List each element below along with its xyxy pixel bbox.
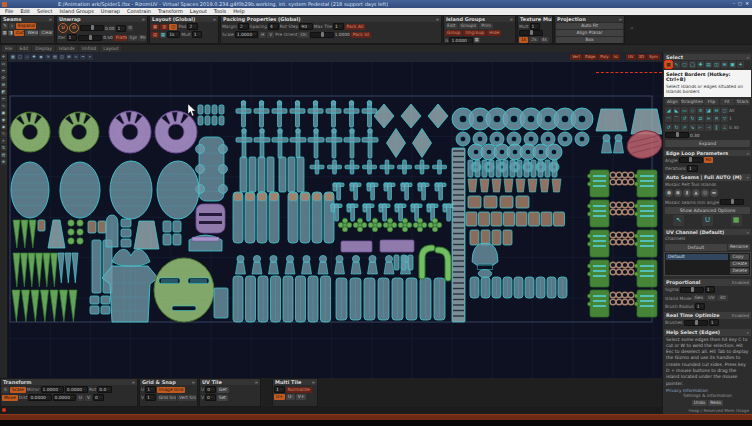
- uv-island-group[interactable]: [60, 162, 100, 218]
- uv-island-group[interactable]: [468, 196, 529, 208]
- uv-island-group[interactable]: [610, 202, 634, 215]
- value-spinner[interactable]: 1‹›: [67, 34, 78, 41]
- uv-island-group[interactable]: [438, 250, 448, 278]
- optimize-icon[interactable]: O: [69, 23, 79, 33]
- left-tool-icon[interactable]: ⌖: [1, 138, 7, 144]
- uv-island-group[interactable]: [394, 255, 413, 270]
- uv-island-group[interactable]: [196, 137, 228, 201]
- slider[interactable]: [720, 199, 744, 205]
- spinner-arrows-icon[interactable]: ‹›: [308, 24, 312, 29]
- uv-island-group[interactable]: [452, 108, 593, 146]
- uv-island-group[interactable]: [236, 101, 377, 127]
- uv-island-group[interactable]: [472, 243, 498, 278]
- uv-island-group[interactable]: [610, 232, 634, 245]
- value-spinner[interactable]: 0.0000‹›: [53, 394, 76, 401]
- grid-snap-button[interactable]: Grid Snap: [157, 395, 176, 401]
- uv-island-group[interactable]: [12, 290, 77, 322]
- tool-icon[interactable]: ↺: [665, 124, 672, 131]
- v-button[interactable]: V+: [296, 394, 307, 400]
- uv-island-group[interactable]: [310, 160, 447, 174]
- uv-island-group[interactable]: [92, 240, 112, 293]
- uv-island-group[interactable]: [154, 258, 214, 322]
- cylinder-icon[interactable]: ▮: [683, 189, 691, 197]
- s-button[interactable]: S: [2, 387, 9, 393]
- 1k-button[interactable]: 1k: [519, 37, 528, 43]
- viewport-tool-icon[interactable]: ◉: [38, 54, 44, 60]
- u-button[interactable]: U+: [274, 394, 285, 400]
- uv-island-group[interactable]: [422, 248, 432, 276]
- spinner-arrows-icon[interactable]: ‹›: [714, 320, 718, 325]
- slider[interactable]: [78, 35, 102, 41]
- menu-island-groups[interactable]: Island Groups: [57, 8, 97, 15]
- spinner-arrows-icon[interactable]: ‹›: [280, 387, 284, 392]
- slider-thumb[interactable]: [530, 30, 533, 35]
- 2k-button[interactable]: 2k: [529, 37, 538, 43]
- grid-select-icon[interactable]: ⊞: [721, 61, 728, 68]
- half-edge-icon[interactable]: ◨: [8, 30, 13, 36]
- uv-island-group[interactable]: [106, 215, 118, 247]
- sym-button[interactable]: Sym: [128, 35, 138, 41]
- slider-thumb[interactable]: [321, 32, 324, 37]
- mode-chip-edge[interactable]: Edge: [583, 54, 597, 60]
- slider-thumb[interactable]: [91, 25, 94, 30]
- plus-select-icon[interactable]: ✚: [697, 61, 704, 68]
- fill-select-icon[interactable]: ▣: [729, 61, 736, 68]
- menu-help[interactable]: Help: [230, 8, 247, 15]
- spinner-arrows-icon[interactable]: ‹›: [151, 387, 155, 392]
- groups-button[interactable]: Groups: [459, 23, 479, 29]
- tool-icon[interactable]: ⊢: [697, 124, 704, 131]
- expand-button[interactable]: Expand: [665, 140, 750, 147]
- list-item[interactable]: Default: [666, 254, 728, 260]
- toolbar-tab-edit[interactable]: Edit: [17, 45, 32, 52]
- viewport-tool-icon[interactable]: ✚: [31, 54, 37, 60]
- h-button[interactable]: H: [259, 32, 266, 38]
- uv-island-group[interactable]: [468, 179, 561, 192]
- sphere-icon[interactable]: ●: [665, 189, 673, 197]
- spinner-arrows-icon[interactable]: ‹›: [72, 35, 76, 40]
- uv-island-group[interactable]: [387, 129, 432, 158]
- value-spinner[interactable]: 1‹›: [145, 394, 156, 401]
- value-spinner[interactable]: 1‹›: [695, 303, 706, 310]
- value-spinner[interactable]: 0‹›: [205, 386, 216, 393]
- viewport-tool-icon[interactable]: ◫: [59, 54, 65, 60]
- edit-button[interactable]: Edit: [445, 23, 458, 29]
- value-spinner[interactable]: 0.0000‹›: [28, 394, 51, 401]
- pack-all-button[interactable]: Pack All: [345, 24, 366, 30]
- spinner-arrows-icon[interactable]: ‹›: [99, 395, 103, 400]
- rename-button[interactable]: Rename: [728, 244, 750, 250]
- spinner-arrows-icon[interactable]: ‹›: [211, 387, 215, 392]
- redo-button[interactable]: Redo: [708, 400, 723, 406]
- uv-island-group[interactable]: [10, 112, 50, 152]
- slider[interactable]: [680, 287, 704, 293]
- brush-icon[interactable]: ▦: [2, 30, 7, 36]
- uv-island-group[interactable]: [214, 288, 228, 318]
- uv-island-group[interactable]: [596, 109, 627, 131]
- island-select-icon[interactable]: ◫: [713, 61, 720, 68]
- move-button[interactable]: Move: [2, 395, 18, 401]
- uv-island-group[interactable]: [236, 129, 378, 158]
- slider[interactable]: [684, 320, 708, 326]
- uv-island-group[interactable]: [121, 219, 131, 247]
- uv-island-group[interactable]: [610, 292, 634, 305]
- mode-chip-poly[interactable]: Poly: [598, 54, 610, 60]
- left-tool-icon[interactable]: ▣: [1, 110, 7, 116]
- menu-file[interactable]: File: [2, 8, 16, 15]
- clear-button[interactable]: Clear: [39, 30, 53, 36]
- uv-island-group[interactable]: [336, 278, 445, 320]
- pack-run-icon[interactable]: ◫: [169, 24, 177, 30]
- value-spinner[interactable]: 90‹›: [299, 23, 312, 30]
- spinner-arrows-icon[interactable]: ‹›: [193, 24, 197, 29]
- tool-icon[interactable]: ◠: [665, 115, 672, 122]
- ungroup-button[interactable]: Ungroup: [463, 30, 486, 36]
- expand-button[interactable]: Expand: [16, 23, 36, 29]
- uv-viewport[interactable]: ▦▢◇✚◉≋▤◫⊞∿✂⌖VertEdgePolyIslUV3DSym: [8, 52, 662, 378]
- pick-cursor-icon[interactable]: ↖: [673, 215, 684, 226]
- value-spinner[interactable]: 1‹›: [274, 386, 285, 393]
- cone-icon[interactable]: ▲: [692, 189, 700, 197]
- value-spinner[interactable]: 1‹›: [192, 31, 203, 38]
- select-borders-icon[interactable]: ▦: [665, 61, 672, 68]
- circle-select-icon[interactable]: ◯: [689, 61, 696, 68]
- uv-island-group[interactable]: [240, 157, 274, 192]
- uv-island-group[interactable]: [90, 296, 110, 314]
- spinner-arrows-icon[interactable]: ‹›: [693, 166, 697, 171]
